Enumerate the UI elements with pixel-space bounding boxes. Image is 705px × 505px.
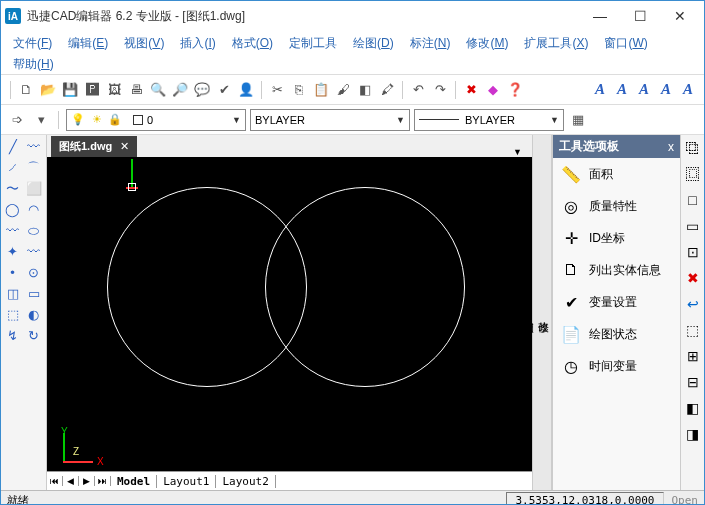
text-style-0[interactable]: A	[590, 80, 610, 100]
eraser-icon[interactable]: ◧	[355, 80, 375, 100]
modify-tool-1[interactable]: ⿴	[684, 165, 702, 183]
draw-tool-1[interactable]: 〰	[24, 137, 43, 156]
layer-states-icon[interactable]: ▾	[31, 110, 51, 130]
draw-tool-6[interactable]: ◯	[3, 200, 22, 219]
person-icon[interactable]: 👤	[236, 80, 256, 100]
lineweight-dropdown[interactable]: BYLAYER ▼	[414, 109, 564, 131]
tab-nav-icon[interactable]: ◀	[63, 476, 79, 486]
brush-icon[interactable]: 🖍	[377, 80, 397, 100]
preview-icon[interactable]: 🔍	[148, 80, 168, 100]
palette-item-id-coord[interactable]: ✛ID坐标	[553, 222, 680, 254]
draw-tool-8[interactable]: 〰	[3, 221, 22, 240]
draw-tool-17[interactable]: ◐	[24, 305, 43, 324]
draw-tool-15[interactable]: ▭	[24, 284, 43, 303]
modify-tool-0[interactable]: ⿻	[684, 139, 702, 157]
redo-icon[interactable]: ↷	[430, 80, 450, 100]
bubble-icon[interactable]: 💬	[192, 80, 212, 100]
menu-标注[interactable]: 标注(N)	[406, 33, 455, 54]
layout-tab-layout2[interactable]: Layout2	[216, 475, 275, 488]
close-tab-icon[interactable]: ✕	[120, 140, 129, 153]
draw-tool-2[interactable]: ⟋	[3, 158, 22, 177]
tab-nav-icon[interactable]: ⏮	[47, 476, 63, 486]
minimize-button[interactable]: —	[580, 2, 620, 30]
spell-icon[interactable]: ✔	[214, 80, 234, 100]
draw-tool-10[interactable]: ✦	[3, 242, 22, 261]
menu-窗口[interactable]: 窗口(W)	[600, 33, 651, 54]
copy-icon[interactable]: ⎘	[289, 80, 309, 100]
new-icon[interactable]: 🗋	[16, 80, 36, 100]
draw-tool-5[interactable]: ⬜	[24, 179, 43, 198]
modify-tool-2[interactable]: □	[684, 191, 702, 209]
tab-nav-icon[interactable]: ⏭	[95, 476, 111, 486]
undo-icon[interactable]: ↶	[408, 80, 428, 100]
text-style-2[interactable]: A	[634, 80, 654, 100]
draw-tool-14[interactable]: ◫	[3, 284, 22, 303]
palette-item-list-entity[interactable]: 🗋列出实体信息	[553, 254, 680, 286]
color-picker-icon[interactable]: ▦	[568, 110, 588, 130]
modify-tool-5[interactable]: ✖	[684, 269, 702, 287]
modify-tool-8[interactable]: ⊞	[684, 347, 702, 365]
menu-帮助[interactable]: 帮助(H)	[9, 54, 58, 75]
close-button[interactable]: ✕	[660, 2, 700, 30]
tab-nav-icon[interactable]: ▶	[79, 476, 95, 486]
side-tab[interactable]: 修改	[536, 309, 551, 317]
draw-tool-18[interactable]: ↯	[3, 326, 22, 345]
draw-tool-9[interactable]: ⬭	[24, 221, 43, 240]
panel-close-icon[interactable]: x	[668, 140, 674, 154]
menu-定制工具[interactable]: 定制工具	[285, 33, 341, 54]
draw-tool-4[interactable]: 〜	[3, 179, 22, 198]
print-icon[interactable]: 🖶	[126, 80, 146, 100]
save-icon[interactable]: 💾	[60, 80, 80, 100]
draw-tool-12[interactable]: •	[3, 263, 22, 282]
palette-item-area[interactable]: 📏面积	[553, 158, 680, 190]
file-tab[interactable]: 图纸1.dwg ✕	[51, 136, 137, 157]
text-style-3[interactable]: A	[656, 80, 676, 100]
draw-tool-13[interactable]: ⊙	[24, 263, 43, 282]
draw-tool-11[interactable]: 〰	[24, 242, 43, 261]
tab-dropdown-icon[interactable]: ▼	[507, 147, 528, 157]
modify-tool-6[interactable]: ↩	[684, 295, 702, 313]
draw-tool-7[interactable]: ◠	[24, 200, 43, 219]
draw-tool-19[interactable]: ↻	[24, 326, 43, 345]
modify-tool-3[interactable]: ▭	[684, 217, 702, 235]
menu-视图[interactable]: 视图(V)	[120, 33, 168, 54]
draw-tool-16[interactable]: ⬚	[3, 305, 22, 324]
match-icon[interactable]: 🖌	[333, 80, 353, 100]
draw-tool-3[interactable]: ⌒	[24, 158, 43, 177]
text-style-1[interactable]: A	[612, 80, 632, 100]
modify-tool-11[interactable]: ◨	[684, 425, 702, 443]
xred-icon[interactable]: ✖	[461, 80, 481, 100]
menu-绘图[interactable]: 绘图(D)	[349, 33, 398, 54]
pdf-icon[interactable]: 🅿	[82, 80, 102, 100]
layer-dropdown[interactable]: 💡 ☀ 🔒 0 ▼	[66, 109, 246, 131]
modify-tool-10[interactable]: ◧	[684, 399, 702, 417]
layer-manager-icon[interactable]: ➩	[7, 110, 27, 130]
modify-tool-9[interactable]: ⊟	[684, 373, 702, 391]
drawing-canvas[interactable]: Y X Z	[47, 157, 532, 471]
menu-插入[interactable]: 插入(I)	[176, 33, 219, 54]
layout-tab-model[interactable]: Model	[111, 475, 157, 488]
help-icon[interactable]: ❓	[505, 80, 525, 100]
palette-item-var-set[interactable]: ✔变量设置	[553, 286, 680, 318]
palette-item-draw-status[interactable]: 📄绘图状态	[553, 318, 680, 350]
menu-扩展工具[interactable]: 扩展工具(X)	[520, 33, 592, 54]
modify-tool-7[interactable]: ⬚	[684, 321, 702, 339]
menu-编辑[interactable]: 编辑(E)	[64, 33, 112, 54]
diamond-icon[interactable]: ◆	[483, 80, 503, 100]
panel-header[interactable]: 工具选项板 x	[553, 135, 680, 158]
text-style-4[interactable]: A	[678, 80, 698, 100]
linetype-dropdown[interactable]: BYLAYER ▼	[250, 109, 410, 131]
maximize-button[interactable]: ☐	[620, 2, 660, 30]
menu-修改[interactable]: 修改(M)	[462, 33, 512, 54]
paste-icon[interactable]: 📋	[311, 80, 331, 100]
menu-文件[interactable]: 文件(F)	[9, 33, 56, 54]
draw-tool-0[interactable]: ╱	[3, 137, 22, 156]
find-icon[interactable]: 🔎	[170, 80, 190, 100]
open-icon[interactable]: 📂	[38, 80, 58, 100]
palette-item-time-var[interactable]: ◷时间变量	[553, 350, 680, 382]
modify-tool-4[interactable]: ⊡	[684, 243, 702, 261]
menu-格式[interactable]: 格式(O)	[228, 33, 277, 54]
image-icon[interactable]: 🖼	[104, 80, 124, 100]
cut-icon[interactable]: ✂	[267, 80, 287, 100]
layout-tab-layout1[interactable]: Layout1	[157, 475, 216, 488]
